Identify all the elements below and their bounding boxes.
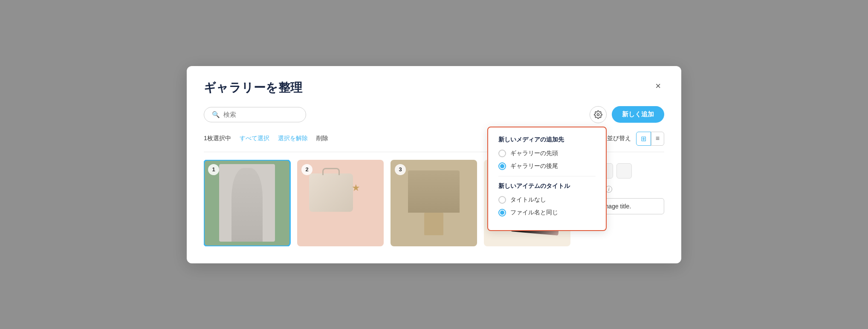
radio-filename-circle[interactable] — [498, 209, 506, 216]
sweater-container — [401, 170, 466, 235]
person-silhouette — [231, 168, 263, 242]
radio-option-end[interactable]: ギャラリーの後尾 — [498, 162, 596, 170]
radio-end-circle[interactable] — [498, 162, 506, 170]
perfume-box — [424, 213, 444, 235]
media-add-title: 新しいメディアの追加先 — [498, 136, 596, 144]
action-bar-right: 並び替え ⊞ ≡ — [598, 132, 664, 146]
modal: ギャラリーを整理 × 🔍 新しい — [187, 66, 681, 263]
add-new-button[interactable]: 新しく追加 — [612, 106, 664, 123]
search-box: 🔍 — [204, 107, 306, 122]
radio-end-label: ギャラリーの後尾 — [510, 162, 558, 170]
gear-icon — [594, 110, 602, 119]
close-button[interactable]: × — [652, 80, 664, 92]
item-image-1-inner — [219, 164, 275, 242]
gear-dropdown-container: 新しいメディアの追加先 ギャラリーの先頭 ギャラリーの後尾 新しいアイテムのタイ… — [590, 106, 607, 123]
panel-btn-3[interactable] — [616, 163, 632, 179]
radio-no-title-circle[interactable] — [498, 196, 506, 204]
sweater-body — [408, 170, 460, 213]
gear-button[interactable] — [590, 106, 607, 123]
search-icon: 🔍 — [212, 111, 220, 118]
dropdown-divider — [498, 176, 596, 176]
radio-front-circle[interactable] — [498, 150, 506, 157]
selection-count: 1枚選択中 — [204, 135, 231, 142]
item-number-2: 2 — [301, 164, 312, 175]
delete-button[interactable]: 削除 — [316, 135, 328, 142]
bag-wrapper: ★ — [309, 173, 371, 232]
radio-filename-label: ファイル名と同じ — [510, 209, 558, 216]
radio-front-label: ギャラリーの先頭 — [510, 150, 558, 157]
deselect-button[interactable]: 選択を解除 — [278, 135, 308, 142]
modal-title: ギャラリーを整理 — [204, 80, 302, 96]
item-number-3: 3 — [395, 164, 406, 175]
search-input[interactable] — [223, 111, 298, 118]
sort-label: 並び替え — [607, 135, 631, 142]
svg-point-0 — [597, 113, 599, 115]
toolbar: 🔍 新しいメディアの追加先 — [204, 106, 664, 123]
radio-option-front[interactable]: ギャラリーの先頭 — [498, 150, 596, 157]
radio-option-filename[interactable]: ファイル名と同じ — [498, 209, 596, 216]
bag-shape — [309, 173, 353, 212]
modal-header: ギャラリーを整理 × — [204, 80, 664, 96]
gallery-item-1[interactable]: 1 — [204, 160, 290, 246]
select-all-button[interactable]: すべて選択 — [240, 135, 269, 142]
bag-handle — [322, 168, 340, 176]
view-toggle: ⊞ ≡ — [636, 132, 664, 146]
modal-overlay: ギャラリーを整理 × 🔍 新しい — [0, 0, 868, 329]
view-grid-button[interactable]: ⊞ — [636, 132, 651, 146]
star-icon: ★ — [352, 182, 360, 193]
radio-no-title-label: タイトルなし — [510, 196, 546, 204]
gallery-item-3[interactable]: 3 — [391, 160, 477, 246]
view-list-button[interactable]: ≡ — [651, 132, 664, 146]
item-title-section: 新しいアイテムのタイトル — [498, 182, 596, 190]
radio-option-no-title[interactable]: タイトルなし — [498, 196, 596, 204]
toolbar-right: 新しいメディアの追加先 ギャラリーの先頭 ギャラリーの後尾 新しいアイテムのタイ… — [590, 106, 664, 123]
settings-dropdown: 新しいメディアの追加先 ギャラリーの先頭 ギャラリーの後尾 新しいアイテムのタイ… — [487, 127, 607, 231]
gallery-item-2[interactable]: 2 ★ — [297, 160, 384, 246]
item-number-1: 1 — [208, 164, 219, 175]
